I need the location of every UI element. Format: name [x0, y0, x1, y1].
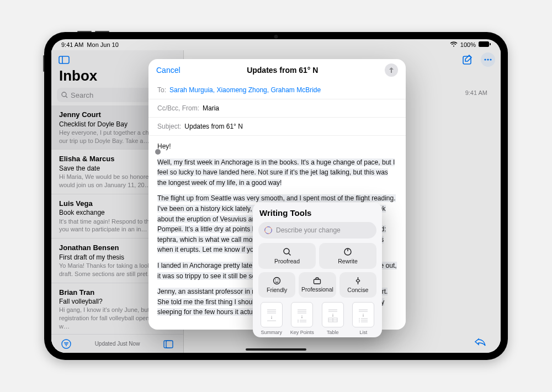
svg-point-13 — [484, 59, 486, 60]
volume-up-edge — [95, 31, 109, 32]
writing-tools-title: Writing Tools — [258, 208, 376, 218]
svg-line-5 — [66, 96, 67, 98]
summary-card-icon: ↓ — [265, 306, 278, 323]
status-date: Mon Jun 10 — [87, 41, 118, 48]
svg-point-22 — [274, 278, 280, 284]
format-list[interactable]: ↓ List — [351, 302, 377, 335]
svg-rect-2 — [59, 56, 69, 63]
proofread-button[interactable]: Proofread — [258, 243, 316, 269]
svg-point-15 — [490, 59, 491, 60]
updated-label: Updated Just Now — [95, 341, 140, 347]
svg-point-35 — [298, 320, 299, 321]
concise-icon — [354, 277, 362, 285]
svg-rect-11 — [166, 341, 173, 348]
subject-row[interactable]: Subject: Updates from 61° N — [148, 118, 406, 136]
svg-point-18 — [284, 248, 289, 254]
svg-text:↓: ↓ — [270, 314, 273, 320]
rewrite-icon — [343, 247, 352, 256]
home-indicator[interactable] — [246, 348, 306, 351]
svg-rect-1 — [490, 43, 491, 45]
search-placeholder: Search — [71, 91, 93, 99]
sidebar-toggle-icon[interactable] — [57, 54, 71, 66]
to-recipients[interactable]: Sarah Murguia, Xiaomeng Zhong, Graham Mc… — [169, 86, 321, 94]
svg-rect-25 — [314, 279, 321, 284]
svg-point-24 — [278, 279, 279, 280]
keypoints-card-icon: ↓ — [295, 306, 309, 323]
battery-pct: 100% — [460, 41, 476, 48]
search-icon — [61, 92, 68, 98]
smile-icon — [273, 277, 281, 285]
camera — [274, 35, 278, 39]
svg-text:↓: ↓ — [332, 312, 335, 317]
status-bar: 9:41 AM Mon Jun 10 100% — [51, 39, 501, 50]
svg-text:↓: ↓ — [362, 312, 365, 317]
compose-icon[interactable] — [161, 338, 176, 350]
ipad-device: 9:41 AM Mon Jun 10 100% Inbox Search — [44, 32, 508, 360]
svg-point-23 — [275, 279, 277, 280]
cc-from-row[interactable]: Cc/Bcc, From: Maria — [148, 99, 406, 118]
wifi-icon — [450, 41, 458, 48]
selection-handle[interactable] — [155, 149, 161, 155]
format-table[interactable]: ↓ Table — [320, 302, 346, 335]
table-card-icon: ↓ — [326, 306, 339, 323]
writing-tools-popover: Writing Tools Describe your change Proof… — [253, 203, 382, 337]
format-summary[interactable]: ↓ Summary — [258, 302, 285, 335]
reply-icon[interactable] — [473, 336, 487, 348]
professional-button[interactable]: Professional — [299, 272, 336, 298]
send-button[interactable] — [385, 63, 398, 77]
filter-icon[interactable] — [59, 338, 73, 350]
svg-rect-0 — [479, 41, 489, 47]
svg-point-37 — [298, 321, 299, 322]
svg-point-14 — [487, 59, 489, 60]
battery-icon — [479, 41, 491, 48]
power-edge — [43, 55, 44, 72]
ai-icon — [264, 226, 273, 235]
cancel-button[interactable]: Cancel — [156, 66, 181, 75]
format-keypoints[interactable]: ↓ Key Points — [289, 302, 316, 335]
screen: 9:41 AM Mon Jun 10 100% Inbox Search — [51, 39, 501, 353]
rewrite-button[interactable]: Rewrite — [319, 243, 376, 269]
concise-button[interactable]: Concise — [339, 272, 376, 298]
volume-down-edge — [77, 31, 92, 32]
list-card-icon: ↓ — [357, 306, 370, 323]
friendly-button[interactable]: Friendly — [258, 272, 295, 298]
more-icon[interactable] — [481, 52, 495, 67]
describe-change-field[interactable]: Describe your change — [258, 222, 376, 239]
svg-line-19 — [289, 253, 291, 256]
to-row[interactable]: To: Sarah Murguia, Xiaomeng Zhong, Graha… — [148, 81, 406, 99]
svg-text:↓: ↓ — [301, 314, 304, 319]
briefcase-icon — [313, 277, 321, 284]
compose-title: Updates from 61° N — [181, 66, 385, 75]
new-message-icon[interactable] — [461, 54, 475, 66]
magnify-icon — [283, 247, 291, 256]
svg-point-4 — [62, 92, 66, 97]
status-time: 9:41 AM — [61, 41, 83, 48]
